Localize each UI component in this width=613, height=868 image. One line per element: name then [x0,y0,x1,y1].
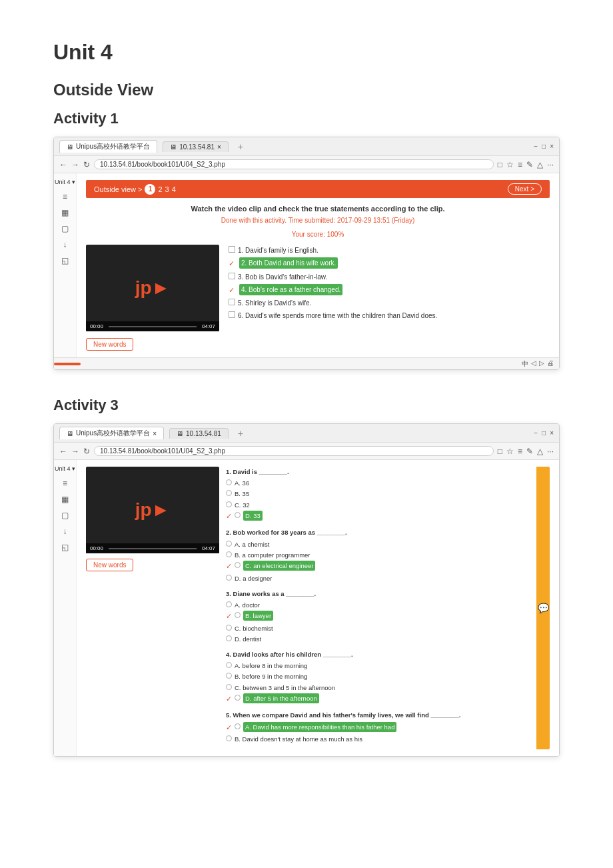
more-icon-3[interactable]: ··· [547,447,554,456]
back-button-3[interactable]: ← [59,447,67,456]
browser-main-1: Outside view > 1 2 3 4 Next > Watch the … [77,173,559,357]
browser-tab-active-1[interactable]: 🖥 Unipus高校外语教学平台 [59,140,157,153]
radio-2a[interactable] [226,541,232,547]
new-words-button-1[interactable]: New words [86,338,133,351]
q1-opt-b: B. 35 [226,489,530,499]
sidebar-icon-layout[interactable]: ◱ [61,256,69,265]
video-player-3[interactable]: jp► 00:00 04:07 [86,467,219,553]
sidebar-icon-list-3[interactable]: ≡ [63,479,67,488]
feedback-tab-icon[interactable]: 💬 [536,467,550,749]
checkbox-3[interactable] [229,273,235,279]
radio-1d[interactable] [235,512,241,518]
radio-3c[interactable] [226,625,232,631]
sidebar-icon-doc[interactable]: ▢ [61,224,69,233]
sidebar-icon-grid[interactable]: ▦ [61,208,69,217]
forward-button-3[interactable]: → [71,447,79,456]
more-icon[interactable]: ··· [547,160,554,169]
radio-1a[interactable] [226,479,232,485]
radio-2d[interactable] [226,575,232,581]
browser-tab-close[interactable]: × [217,143,221,151]
radio-1c[interactable] [226,501,232,507]
q1-opt-b-text: B. 35 [235,489,249,499]
win-close[interactable]: × [550,143,554,150]
refresh-button-3[interactable]: ↻ [83,447,90,456]
radio-5b[interactable] [226,735,232,741]
sidebar-icon-download-3[interactable]: ↓ [63,527,67,536]
edit-icon-3[interactable]: ✎ [526,447,533,456]
question-text-1: 1. David's family is English. [238,245,318,256]
q4-opt-d-text: D. after 5 in the afternoon [243,693,319,703]
win-minimize-3[interactable]: − [534,429,538,437]
section-title: Outside View [53,81,560,99]
win-minimize[interactable]: − [534,143,538,150]
browser-tab-inactive-1[interactable]: 🖥 10.13.54.81 × [163,141,229,152]
account-icon[interactable]: △ [537,160,543,169]
browser-tab-close-3a[interactable]: × [153,430,157,437]
q1-opt-a: A. 36 [226,478,530,488]
radio-4b[interactable] [226,673,232,679]
video-progress-bar-3[interactable] [109,548,197,549]
radio-4a[interactable] [226,662,232,668]
win-close-3[interactable]: × [550,429,554,437]
sidebar-icon-download[interactable]: ↓ [63,240,67,249]
account-icon-3[interactable]: △ [537,447,543,456]
radio-4c[interactable] [226,684,232,690]
win-maximize[interactable]: □ [542,143,546,150]
radio-1b[interactable] [226,490,232,496]
q4-opt-b: B. before 9 in the morning [226,671,530,681]
checkbox-6[interactable] [229,311,235,318]
radio-2c[interactable] [235,562,241,568]
url-bar-1[interactable]: 10.13.54.81/book/book101/U04_S2_3.php [94,159,494,169]
next-button-1[interactable]: Next > [508,183,542,195]
check-4: ✓ [229,284,237,297]
breadcrumb-3[interactable]: 3 [165,185,169,193]
bookmark-icon[interactable]: □ [498,160,502,169]
checkbox-1[interactable] [229,246,235,253]
url-bar-3[interactable]: 10.13.54.81/book/book101/U04_S2_3.php [94,446,494,456]
new-words-button-3[interactable]: New words [86,559,133,571]
radio-5a[interactable] [235,723,241,729]
refresh-button-1[interactable]: ↻ [83,160,90,169]
browser-content-1: Unit 4 ▾ ≡ ▦ ▢ ↓ ◱ Outside view > 1 2 3 … [54,173,559,357]
sidebar-icon-layout-3[interactable]: ◱ [61,543,69,552]
star-icon[interactable]: ☆ [506,160,514,169]
video-logo-3: jp► [135,499,171,521]
radio-2b[interactable] [226,551,232,557]
breadcrumb-4[interactable]: 4 [172,185,176,193]
edit-icon[interactable]: ✎ [526,160,533,169]
video-progress-bar-1[interactable] [109,326,197,327]
breadcrumb-2[interactable]: 2 [158,185,162,193]
question-text-4: 4. Bob's role as a father changed. [239,284,342,295]
question-item-3: 3. Bob is David's father-in-law. [229,271,437,283]
new-tab-button-3[interactable]: + [234,428,247,439]
q2-opt-b: B. a computer programmer [226,550,530,560]
breadcrumb-1[interactable]: 1 [145,184,155,195]
sidebar-icon-doc-3[interactable]: ▢ [61,511,69,520]
back-button-1[interactable]: ← [59,160,67,169]
forward-button-1[interactable]: → [71,160,79,169]
browser-tab-active-3[interactable]: 🖥 Unipus高校外语教学平台 × [59,427,164,439]
star-icon-3[interactable]: ☆ [506,447,514,456]
video-player-1[interactable]: jp► 00:00 04:07 [86,245,219,331]
win-maximize-3[interactable]: □ [542,429,546,437]
radio-3a[interactable] [226,601,232,607]
browser-tab-label-1: Unipus高校外语教学平台 [76,142,150,151]
q-title-4: 4. David looks after his children ______… [226,649,530,659]
browser-tab-inactive-3[interactable]: 🖥 10.13.54.81 [169,428,229,439]
q5-opt-a-text: A. David has more responsibilities than … [243,722,396,732]
sidebar-icon-list[interactable]: ≡ [63,192,67,201]
radio-3b[interactable] [235,612,241,618]
q4-opt-c: C. between 3 and 5 in the afternoon [226,683,530,693]
sidebar-unit-label-3[interactable]: Unit 4 ▾ [55,465,75,472]
menu-icon-3[interactable]: ≡ [518,447,522,456]
menu-icon[interactable]: ≡ [518,160,522,169]
sidebar-unit-label[interactable]: Unit 4 ▾ [55,179,75,185]
radio-4d[interactable] [235,695,241,701]
new-tab-button[interactable]: + [234,141,247,152]
checkbox-5[interactable] [229,299,235,305]
bookmark-icon-3[interactable]: □ [498,447,502,456]
lang-icon: 中 [522,359,528,369]
q2-opt-d: D. a designer [226,573,530,583]
sidebar-icon-grid-3[interactable]: ▦ [61,495,69,504]
radio-3d[interactable] [226,635,232,641]
